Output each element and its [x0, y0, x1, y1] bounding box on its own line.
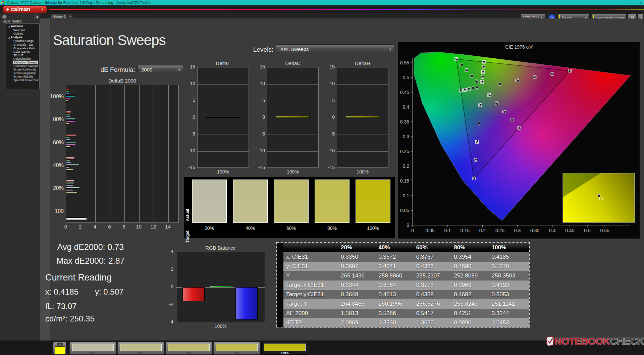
table-cell: 0.3697: [341, 263, 378, 270]
delta_h-title: DeltaH: [337, 60, 388, 66]
workflow-tree: ◢WelcomeWelcomeOptions◢AnalysisDynamic R…: [6, 23, 40, 89]
row-label: dEITP: [283, 319, 341, 326]
maximize-icon[interactable]: ▢: [631, 1, 634, 5]
row-marker-cell: [277, 299, 283, 309]
current-y-value: y: 0.507: [95, 287, 123, 297]
current-patch-tile[interactable]: ▲: [53, 342, 66, 355]
measured-point-green: [461, 64, 463, 66]
measured-point-magenta: [511, 119, 513, 121]
delta_c-title: DeltaC: [267, 60, 319, 66]
y-tick-label: 15: [325, 64, 335, 69]
sidebar-item-screen-stability[interactable]: Screen Stability: [6, 75, 39, 79]
sidebar-item-3d-lut[interactable]: 3D LUT: [6, 54, 39, 57]
sidebar-item-luminance-sweeps[interactable]: Luminance Sweeps: [6, 64, 39, 68]
table-cell: 260.1996: [378, 301, 416, 307]
delta-e-bar-yellow: [66, 100, 68, 102]
zoom-inset-measured-circle: [598, 194, 600, 197]
delta-e-bar-green: [66, 137, 70, 139]
minimize-icon[interactable]: ─: [624, 1, 627, 5]
table-cell: 264.8485: [341, 301, 378, 307]
x-tick-label: 0.05: [425, 228, 434, 233]
table-cell: 0.5286: [378, 310, 416, 317]
y-tick-label: 0.45: [400, 90, 409, 95]
sidebar-item-saturation-sweeps[interactable]: Saturation Sweeps: [6, 61, 39, 64]
x-tick-label: 6: [106, 224, 114, 230]
delta-e-bar-magenta: [66, 189, 73, 191]
delta-e-bar-red: [66, 88, 69, 90]
sidebar-item-spectral-power-dist-[interactable]: Spectral Power Dist.: [6, 79, 39, 82]
delta-e-bar-magenta: [66, 98, 70, 100]
delta_l-title: DeltaL: [197, 60, 249, 66]
gridline: [267, 101, 318, 101]
y-tick-label: 0: [325, 114, 335, 120]
patch-tile-40%[interactable]: 40%: [117, 342, 164, 355]
sidebar-item-dynamic-range[interactable]: Dynamic Range: [6, 39, 39, 43]
sidebar-item-label: Welcome: [13, 29, 26, 32]
y-tick-label: -2: [163, 302, 173, 307]
delta-e-bar-red: [66, 111, 71, 113]
sidebar-item-grayscale-multi[interactable]: Grayscale - Multi: [6, 47, 39, 50]
delta-e-y-axis: 100%80%60%40%20%100: [46, 85, 64, 222]
sidebar-item-screen-uniformity[interactable]: Screen Uniformity: [6, 68, 39, 71]
gridline: [198, 118, 249, 118]
delta_c-x-label: 100%: [267, 169, 319, 174]
workflow-home-button[interactable]: [2, 14, 7, 19]
chevron-up-icon[interactable]: ▲: [57, 343, 63, 346]
delta-e-bar-red: [66, 157, 75, 159]
table-cell: 0.4251: [454, 310, 491, 317]
calman-menu-button[interactable]: ❖ calman ▼: [3, 6, 47, 13]
delta-e-bar-red: [66, 180, 74, 182]
y-tick-label: 0.1: [403, 193, 410, 198]
patch-tile-100%[interactable]: 100%: [261, 342, 308, 355]
delta-e-bar-yellow: [66, 192, 77, 194]
sidebar-item-label: Screen Uniformity: [13, 68, 37, 71]
de-formula-dropdown[interactable]: 2000 ▼: [138, 65, 183, 74]
delta-e-bar-green: [66, 159, 70, 161]
sidebar-collapse-button[interactable]: ◀: [34, 14, 39, 19]
x-tick-label: 2: [76, 224, 85, 230]
table-cell: 253.8243: [454, 301, 491, 307]
avg-de-stat: Avg dE2000: 0.73: [55, 242, 126, 252]
measured-point-blue: [478, 122, 480, 124]
sidebar-item-welcome[interactable]: Welcome: [6, 29, 39, 32]
sidebar-item-label: Color Gamut: [13, 50, 30, 53]
patch-tile-80%[interactable]: 80%: [213, 342, 260, 355]
gridline: [198, 135, 249, 135]
close-icon[interactable]: ✕: [639, 1, 642, 5]
max-de-stat: Max dE2000: 2.87: [55, 256, 126, 266]
gridline: [198, 84, 249, 85]
measured-point-green: [471, 75, 473, 77]
x-tick-label: 0.5: [584, 228, 591, 233]
table-header-cell: 40%: [378, 244, 416, 251]
calman-logo-text: calman: [11, 6, 31, 12]
de-formula-label: dE Formula:: [85, 66, 135, 73]
table-cell: 0.3773: [416, 282, 454, 289]
sidebar-item-grayscale-2pt[interactable]: Grayscale - 2pt: [6, 43, 39, 47]
measured-point-blue: [473, 176, 476, 179]
sidebar-item-color-gamut[interactable]: Color Gamut: [6, 50, 39, 54]
tree-group-welcome[interactable]: ◢Welcome: [6, 24, 39, 29]
swatch-target-half: [356, 201, 390, 222]
y-tick-label: 10: [325, 81, 335, 86]
swatch-label: 60%: [274, 225, 309, 231]
swatch-label: 40%: [233, 225, 268, 231]
tree-group-label: Welcome: [11, 24, 23, 28]
table-header-row: 20%40%60%80%100%: [277, 243, 529, 252]
y-tick-label: -5: [255, 131, 265, 137]
patch-tile-swatch: [120, 344, 162, 351]
patch-tile-20%[interactable]: 20%: [69, 342, 116, 355]
gridline: [337, 135, 388, 135]
tree-group-analysis[interactable]: ◢Analysis: [6, 36, 39, 40]
patch-tile-60%[interactable]: 60%: [165, 342, 212, 355]
gridline: [95, 85, 96, 222]
levels-dropdown[interactable]: 20% Sweeps ▼: [276, 44, 394, 54]
x-tick-label: 0.2: [479, 228, 486, 233]
delta-e-bar-green: [66, 113, 70, 115]
sidebar-item-colorchecker[interactable]: ColorChecker: [6, 57, 39, 61]
delta-e-bar-magenta: [66, 120, 75, 122]
swatch-comparison-panel: Actual Target 20%40%60%80%100%: [184, 177, 395, 238]
sidebar-item-options[interactable]: Options: [6, 32, 39, 36]
swatch-label: 80%: [315, 225, 350, 231]
table-cell: 0.5070: [492, 263, 529, 270]
sidebar-item-screen-angularity[interactable]: Screen Angularity: [6, 71, 39, 75]
